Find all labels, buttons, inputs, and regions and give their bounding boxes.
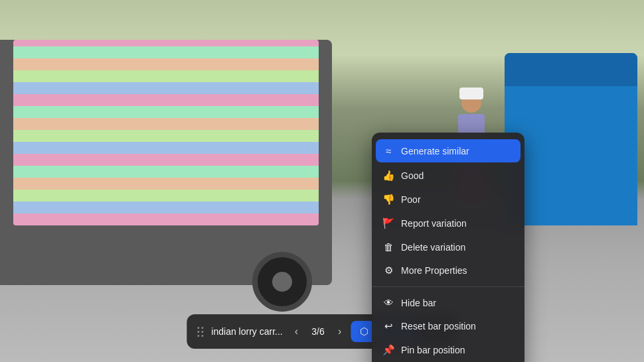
report-variation-icon: 🚩: [382, 217, 394, 229]
grip-row-2: [197, 331, 203, 333]
good-icon: 👍: [382, 170, 394, 182]
menu-item-good-label: Good: [401, 170, 424, 181]
hide-bar-icon: 👁: [382, 297, 394, 308]
grip-dot: [201, 335, 203, 337]
nav-next-button[interactable]: ›: [334, 324, 345, 339]
grip-dot: [201, 327, 203, 329]
pin-bar-icon: 📌: [382, 344, 394, 356]
grip-dot: [197, 327, 199, 329]
menu-item-pin-bar-position-label: Pin bar position: [401, 345, 465, 355]
menu-item-more-properties-label: More Properties: [401, 265, 467, 276]
menu-item-report-variation-label: Report variation: [401, 218, 467, 229]
menu-item-good[interactable]: 👍 Good: [372, 164, 524, 188]
more-properties-icon: ⚙: [382, 265, 394, 276]
menu-item-pin-bar-position[interactable]: 📌 Pin bar position: [372, 338, 524, 362]
grip-dot: [197, 335, 199, 337]
grip-row-1: [197, 327, 203, 329]
bar-title: indian lorry carr...: [211, 326, 282, 337]
menu-item-delete-variation-label: Delete variation: [401, 242, 465, 253]
bar-grip-handle[interactable]: [197, 327, 203, 337]
grip-row-3: [197, 335, 203, 337]
person-hat: [459, 88, 483, 99]
menu-item-hide-bar-label: Hide bar: [401, 298, 436, 308]
grip-dot: [201, 331, 203, 333]
nav-prev-button[interactable]: ‹: [291, 324, 302, 339]
menu-item-more-properties[interactable]: ⚙ More Properties: [372, 259, 524, 282]
menu-item-hide-bar[interactable]: 👁 Hide bar: [372, 291, 524, 314]
poor-icon: 👎: [382, 194, 394, 206]
bar-navigation: ‹ 3/6 ›: [291, 324, 346, 339]
menu-item-generate-similar-label: Generate similar: [401, 146, 469, 156]
truck-cargo: [13, 40, 319, 225]
truck: [0, 40, 332, 285]
reset-bar-icon: ↩: [382, 320, 394, 332]
generate-similar-icon: ≈: [382, 145, 394, 156]
menu-item-poor[interactable]: 👎 Poor: [372, 188, 524, 211]
menu-item-generate-similar[interactable]: ≈ Generate similar: [376, 139, 521, 162]
menu-divider: [372, 286, 524, 287]
grip-dot: [197, 331, 199, 333]
menu-section-actions: ≈ Generate similar 👍 Good 👎 Poor 🚩 Repor…: [372, 137, 524, 284]
bar-page-count: 3/6: [306, 326, 330, 337]
truck-wheel: [252, 252, 312, 312]
rickshaw-top: [505, 53, 637, 86]
menu-item-reset-bar-position-label: Reset bar position: [401, 321, 476, 332]
scene-overlay: [0, 0, 644, 362]
menu-item-delete-variation[interactable]: 🗑 Delete variation: [372, 235, 524, 259]
menu-item-reset-bar-position[interactable]: ↩ Reset bar position: [372, 314, 524, 338]
generate-button-icon: ⬡: [360, 326, 368, 337]
menu-section-bar: 👁 Hide bar ↩ Reset bar position 📌 Pin ba…: [372, 290, 524, 362]
menu-item-report-variation[interactable]: 🚩 Report variation: [372, 211, 524, 235]
delete-variation-icon: 🗑: [382, 241, 394, 253]
context-menu: ≈ Generate similar 👍 Good 👎 Poor 🚩 Repor…: [372, 133, 524, 362]
menu-item-poor-label: Poor: [401, 194, 421, 205]
person-head: [461, 93, 481, 113]
rickshaw: [505, 53, 637, 225]
